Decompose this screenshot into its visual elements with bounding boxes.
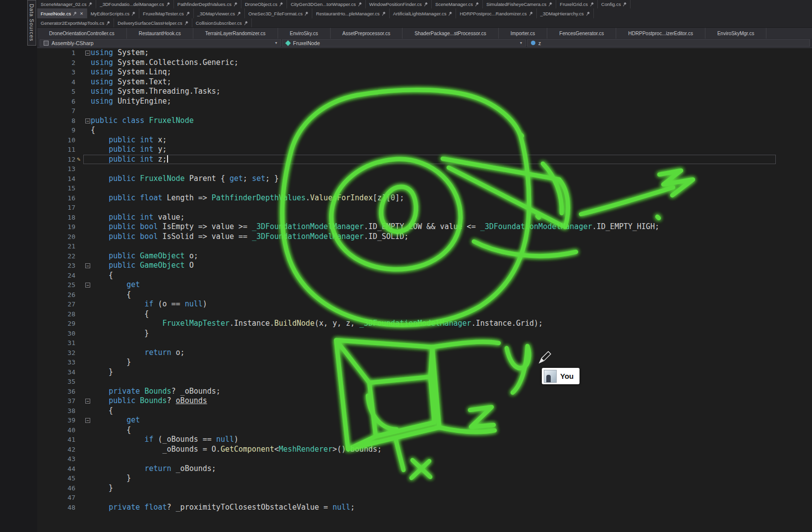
editor-tab[interactable]: TerrainLayerRandomizer.cs [193,28,278,39]
code-line[interactable]: 2using System.Collections.Generic; [37,58,812,68]
member-dropdown[interactable]: z [527,39,810,47]
code-line[interactable]: 40 { [37,425,812,435]
fold-marker-icon[interactable]: − [85,399,90,404]
pin-icon[interactable] [279,2,283,6]
code-line[interactable]: 21 [37,241,812,251]
code-line[interactable]: 6using UnityEngine; [37,97,812,107]
code-line[interactable]: 41 if (_oBounds == null) [37,435,812,445]
code-line[interactable]: 35 [37,377,812,387]
code-line[interactable]: 29 FruxelMapTester.Instance.BuildNode(x,… [37,319,812,329]
editor-tab[interactable]: HDRPPostproc...izerEditor.cs [616,28,705,39]
pin-icon[interactable] [131,11,135,16]
code-line[interactable]: 30 } [37,329,812,339]
code-line[interactable]: 23− public GameObject O [37,261,812,271]
code-line[interactable]: 17 [37,203,812,213]
editor-tab[interactable]: _3DMapHierarchy.cs [537,8,594,18]
code-line[interactable]: 4using System.Text; [37,77,812,87]
code-line[interactable]: 14 public FruxelNode Parent { get; set; … [37,174,812,184]
editor-tab[interactable]: _3DMapViewer.cs [194,8,245,18]
code-line[interactable]: 45 } [37,473,812,483]
code-line[interactable]: 7 [37,106,812,116]
code-line[interactable]: 26 { [37,290,812,300]
code-line[interactable]: 47 [37,493,812,503]
editor-tab[interactable]: _3DFoundatio...delManager.cs [96,0,174,8]
editor-tab[interactable]: HDRPPostproc...Randomizer.cs [456,8,536,18]
pin-icon[interactable] [548,2,552,6]
editor-tab[interactable]: CollisionSubscriber.cs [192,18,252,27]
code-line[interactable]: 10 public int x; [37,135,812,145]
code-line[interactable]: 43 [37,454,812,464]
pin-icon[interactable] [590,2,594,6]
code-line[interactable]: 5using System.Threading.Tasks; [37,87,812,97]
code-line[interactable]: 18 public int value; [37,213,812,223]
code-line[interactable]: 8−public class FruxelNode [37,116,812,126]
code-line[interactable]: 33 } [37,357,812,367]
code-line[interactable]: 24 { [37,271,812,281]
editor-tab[interactable]: RestaurantHo...pleManager.cs [312,8,389,18]
editor-tab[interactable]: SceneManager.cs [432,0,483,8]
fold-marker-icon[interactable]: − [85,418,90,423]
editor-tab[interactable]: PathfinderDepthValues.cs [174,0,241,8]
editor-tab[interactable]: Config.cs [598,0,631,8]
pin-icon[interactable] [358,2,362,6]
editor-tab[interactable]: OneSec3D_FileFormat.cs [245,8,312,18]
editor-tab[interactable]: DroneObject.cs [241,0,287,8]
code-line[interactable]: 38 { [37,406,812,416]
close-icon[interactable]: × [80,10,83,16]
pin-icon[interactable] [475,2,479,6]
code-line[interactable]: 34 } [37,367,812,377]
code-line[interactable]: 11 public int y; [37,145,812,155]
code-line[interactable]: 28 { [37,309,812,319]
editor-tab[interactable]: FruxelNode.cs× [37,8,87,18]
fold-marker-icon[interactable]: − [85,283,90,288]
pin-icon[interactable] [186,11,190,16]
pin-icon[interactable] [106,21,110,25]
editor-tab[interactable]: FruxelMapTester.cs [139,8,193,18]
code-line[interactable]: 39− get [37,415,812,425]
pin-icon[interactable] [166,2,170,6]
editor-tab[interactable]: EnviroSkyMgr.cs [705,28,766,39]
pin-icon[interactable] [424,2,428,6]
pin-icon[interactable] [586,11,590,16]
code-line[interactable]: 9{ [37,125,812,135]
code-line[interactable]: 25− get [37,280,812,290]
editor-tab[interactable]: MyEditorScripts.cs [87,8,140,18]
fold-marker-icon[interactable]: − [85,118,90,123]
code-editor[interactable]: 1−using System;2using System.Collections… [37,48,812,532]
pin-icon[interactable] [88,2,92,6]
code-line[interactable]: 42 _oBounds = O.GetComponent<MeshRendere… [37,445,812,455]
code-line[interactable]: 15 [37,183,812,193]
code-line[interactable]: 36 private Bounds? _oBounds; [37,387,812,397]
code-line[interactable]: 1−using System; [37,48,812,58]
code-line[interactable]: 19 public bool IsEmpty => value >= _3DFo… [37,222,812,232]
code-line[interactable]: 13 [37,164,812,174]
code-line[interactable]: 31 [37,338,812,348]
editor-tab[interactable]: ArtificialLightsManager.cs [390,8,457,18]
code-line[interactable]: 22 public GameObject o; [37,251,812,261]
pin-icon[interactable] [623,2,627,6]
editor-tab[interactable]: Importer.cs [499,28,547,39]
editor-tab[interactable]: FencesGenerator.cs [547,28,616,39]
data-sources-tab[interactable]: Data Sources [27,0,36,46]
editor-tab[interactable]: SimulatedFisheyeCamera.cs [483,0,556,8]
editor-tab[interactable]: EnviroSky.cs [278,28,331,39]
code-line[interactable]: 46 } [37,483,812,493]
type-dropdown[interactable]: FruxelNode ▾ [282,39,526,47]
editor-tab[interactable]: DroneOrientationController.cs [37,28,127,39]
pin-icon[interactable] [73,11,77,16]
code-line[interactable]: 44 return _oBounds; [37,464,812,474]
pin-icon[interactable] [184,21,188,25]
pin-icon[interactable] [237,11,241,16]
code-line[interactable]: 32 return o; [37,348,812,358]
pin-icon[interactable] [233,2,237,6]
pin-icon[interactable] [304,11,308,16]
code-line[interactable]: 37− public Bounds? oBounds [37,396,812,406]
editor-tab[interactable]: AssetPreprocessor.cs [331,28,403,39]
code-line[interactable]: 12✎ public int z; [37,155,812,165]
pin-icon[interactable] [529,11,533,16]
code-line[interactable]: 27 if (o == null) [37,299,812,309]
editor-tab[interactable]: Generator2ExportMapTools.cs [37,18,114,27]
editor-tab[interactable]: SceneManager_02.cs [37,0,96,8]
fold-marker-icon[interactable]: − [85,51,90,56]
pin-icon[interactable] [448,11,452,16]
